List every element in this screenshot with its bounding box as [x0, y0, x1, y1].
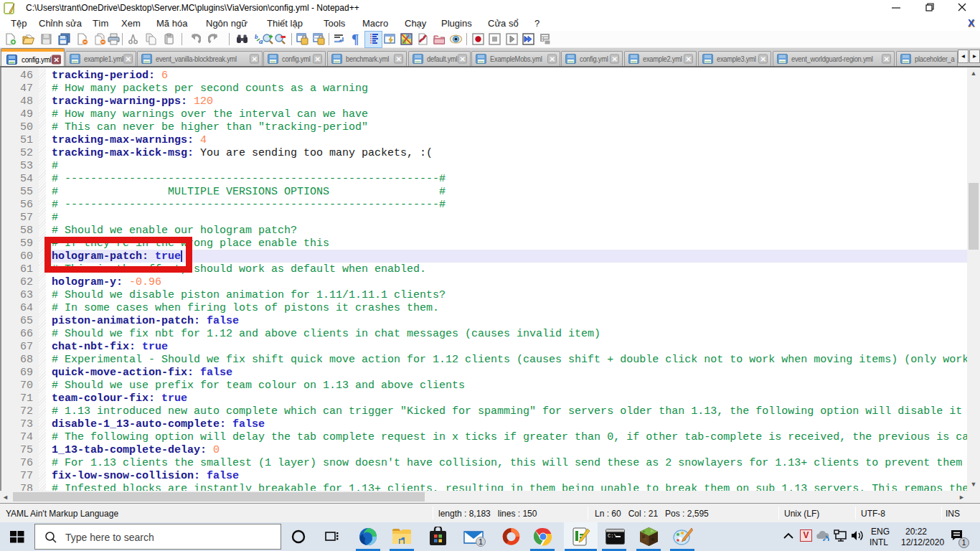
svg-text:b: b: [255, 33, 258, 40]
svg-text:¶: ¶: [352, 33, 359, 45]
svg-text:1: 1: [479, 537, 483, 546]
svg-text:C:\: C:\: [608, 533, 617, 539]
